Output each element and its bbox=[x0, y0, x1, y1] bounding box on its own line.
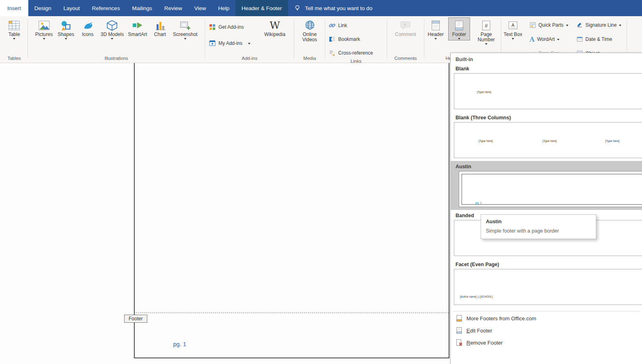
tab-header-footer-tools[interactable]: Header & Footer bbox=[235, 0, 288, 16]
wordart-label: WordArt bbox=[537, 36, 555, 42]
chart-button[interactable]: Chart bbox=[150, 18, 171, 38]
preview-placeholder-text: [Type here] bbox=[479, 140, 493, 142]
svg-text:#: # bbox=[485, 23, 488, 29]
dropdown-chevron-icon bbox=[13, 38, 15, 40]
lightbulb-icon bbox=[294, 4, 301, 12]
bookmark-label: Bookmark bbox=[338, 36, 360, 42]
3d-models-button[interactable]: 3D Models bbox=[99, 18, 125, 40]
remove-footer-menu-item[interactable]: Remove Footer bbox=[451, 336, 642, 349]
footer-page-number-text[interactable]: pg. 1 bbox=[173, 341, 186, 347]
dropdown-chevron-icon bbox=[43, 38, 45, 40]
tab-view[interactable]: View bbox=[188, 0, 212, 16]
gallery-item-preview[interactable]: [Author name] | | [SCHOOL] bbox=[454, 269, 642, 305]
my-addins-label: My Add-ins bbox=[218, 40, 242, 46]
group-separator bbox=[424, 19, 424, 58]
ribbon-group-tables: Table Tables bbox=[2, 17, 27, 62]
cross-reference-button[interactable]: Cross-reference bbox=[326, 48, 375, 58]
wikipedia-button[interactable]: W Wikipedia bbox=[263, 18, 287, 38]
dropdown-chevron-icon bbox=[557, 39, 559, 40]
online-videos-button[interactable]: Online Videos bbox=[295, 18, 324, 43]
header-button[interactable]: Header bbox=[425, 18, 446, 40]
dropdown-chevron-icon bbox=[512, 38, 514, 40]
comment-button-label: Comment bbox=[395, 32, 416, 37]
tab-references[interactable]: References bbox=[86, 0, 126, 16]
tab-layout[interactable]: Layout bbox=[57, 0, 86, 16]
tab-mailings[interactable]: Mailings bbox=[126, 0, 158, 16]
preview-page-number: pg. 1 bbox=[475, 201, 482, 204]
footer-page-icon bbox=[453, 19, 465, 32]
dropdown-chevron-icon bbox=[619, 25, 621, 26]
signature-line-button[interactable]: Signature Line bbox=[574, 20, 624, 30]
smartart-button[interactable]: SmartArt bbox=[126, 18, 148, 38]
wordart-icon: A bbox=[530, 36, 534, 43]
menu-separator bbox=[453, 311, 640, 311]
text-box-button[interactable]: A Text Box bbox=[502, 18, 524, 40]
wordart-button[interactable]: A WordArt bbox=[527, 34, 562, 44]
group-separator bbox=[294, 19, 294, 58]
header-page-icon bbox=[430, 19, 441, 32]
quick-parts-button[interactable]: Quick Parts bbox=[527, 20, 571, 30]
smartart-icon bbox=[131, 19, 144, 32]
group-label-media: Media bbox=[295, 55, 324, 62]
dropdown-chevron-icon bbox=[458, 38, 460, 40]
comment-bubble-icon bbox=[399, 19, 411, 32]
group-separator bbox=[28, 19, 28, 58]
more-footers-menu-item[interactable]: More Footers from Office.com bbox=[451, 312, 642, 324]
gallery-item-austin[interactable]: Austin pg. 1 bbox=[451, 161, 642, 210]
more-footers-icon bbox=[456, 315, 463, 322]
page-number-button[interactable]: # Page Number bbox=[472, 18, 500, 45]
tab-insert[interactable]: Insert bbox=[0, 0, 28, 16]
group-separator bbox=[387, 19, 387, 58]
page-border-preview bbox=[462, 174, 642, 205]
gallery-item-facet-even-page[interactable]: Facet (Even Page) [Author name] | | [SCH… bbox=[451, 259, 642, 308]
gallery-item-name: Blank bbox=[454, 64, 642, 73]
gallery-item-preview[interactable]: pg. 1 bbox=[459, 171, 642, 207]
signature-pen-icon bbox=[576, 22, 583, 28]
tab-help[interactable]: Help bbox=[212, 0, 235, 16]
my-addins-button[interactable]: My Add-ins bbox=[206, 38, 253, 49]
gallery-item-preview[interactable]: [Type here] [Type here] [Type here] bbox=[454, 122, 642, 158]
footer-button[interactable]: Footer bbox=[449, 18, 470, 40]
tab-design[interactable]: Design bbox=[28, 0, 57, 16]
icons-button-label: Icons bbox=[82, 32, 93, 37]
icons-button[interactable]: Icons bbox=[77, 18, 98, 38]
bookmark-button[interactable]: Bookmark bbox=[326, 34, 362, 44]
gallery-item-preview[interactable]: [Type here] bbox=[454, 73, 642, 109]
austin-tooltip: Austin Simple footer with a page border bbox=[481, 214, 596, 239]
table-button[interactable]: Table bbox=[4, 18, 25, 40]
page-border-right bbox=[449, 63, 449, 358]
shapes-button-label: Shapes bbox=[57, 32, 74, 37]
footer-region-tag: Footer bbox=[124, 315, 147, 323]
online-video-globe-icon bbox=[304, 19, 316, 32]
pictures-button[interactable]: Pictures bbox=[34, 18, 55, 40]
dropdown-chevron-icon bbox=[434, 38, 437, 40]
shapes-icon bbox=[60, 19, 72, 32]
link-button[interactable]: Link bbox=[326, 20, 350, 31]
chart-bars-icon bbox=[154, 19, 166, 32]
gallery-item-blank[interactable]: Blank [Type here] bbox=[451, 63, 642, 112]
ribbon-group-illustrations: Pictures Shapes Icons bbox=[29, 17, 204, 62]
group-separator bbox=[325, 19, 325, 58]
ribbon-tab-bar: Insert Design Layout References Mailings… bbox=[0, 0, 642, 16]
get-addins-button[interactable]: Get Add-ins bbox=[206, 22, 246, 32]
shapes-button[interactable]: Shapes bbox=[55, 18, 76, 40]
dropdown-chevron-icon bbox=[184, 38, 186, 40]
screenshot-button-label: Screenshot bbox=[173, 32, 198, 37]
group-label-links: Links bbox=[326, 58, 386, 64]
3d-models-button-label: 3D Models bbox=[101, 32, 124, 37]
gallery-item-name: Austin bbox=[454, 162, 642, 171]
tab-review[interactable]: Review bbox=[158, 0, 188, 16]
gallery-section-title: Built-in bbox=[451, 53, 642, 63]
tell-me-box[interactable]: Tell me what you want to do bbox=[294, 0, 373, 16]
text-box-icon: A bbox=[507, 19, 519, 32]
screenshot-button[interactable]: Screenshot bbox=[172, 18, 199, 40]
wikipedia-icon: W bbox=[270, 19, 280, 32]
date-time-button[interactable]: Date & Time bbox=[574, 34, 614, 44]
pictures-button-label: Pictures bbox=[35, 32, 53, 37]
quick-parts-label: Quick Parts bbox=[538, 22, 564, 28]
group-label-illustrations: Illustrations bbox=[29, 55, 204, 62]
edit-footer-menu-item[interactable]: Edit Footer bbox=[451, 324, 642, 336]
page-number-icon: # bbox=[481, 19, 492, 32]
footer-button-label: Footer bbox=[452, 32, 466, 37]
gallery-item-blank-three-columns[interactable]: Blank (Three Columns) [Type here] [Type … bbox=[451, 112, 642, 161]
